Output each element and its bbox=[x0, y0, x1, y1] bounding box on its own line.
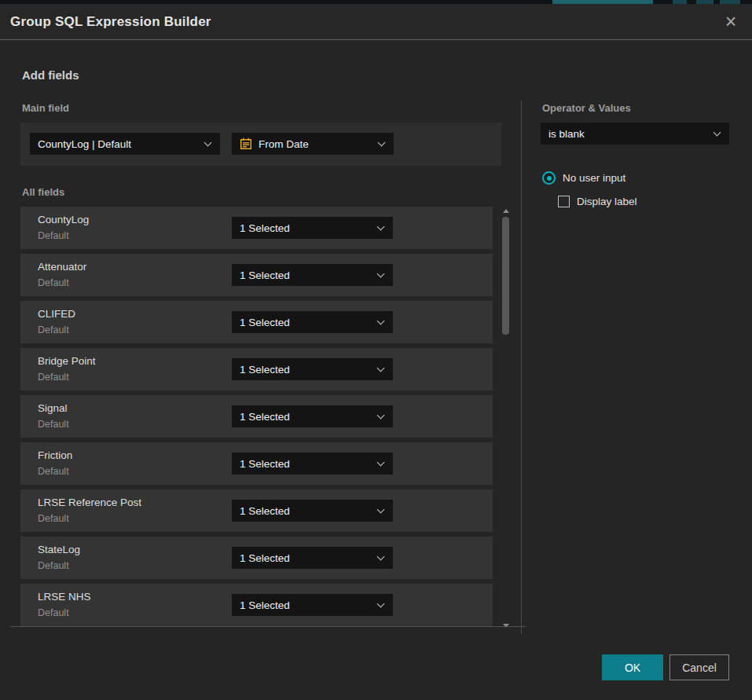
main-field-dropdown-value: From Date bbox=[259, 138, 309, 150]
scroll-up-icon[interactable] bbox=[503, 209, 509, 213]
field-selected-value: 1 Selected bbox=[240, 552, 290, 564]
field-selected-dropdown[interactable]: 1 Selected bbox=[232, 594, 393, 616]
screen: Group SQL Expression Builder × Add field… bbox=[0, 0, 752, 700]
chevron-down-icon bbox=[377, 553, 385, 561]
chevron-down-icon bbox=[377, 506, 385, 514]
chevron-down-icon bbox=[377, 365, 385, 372]
close-icon[interactable]: × bbox=[719, 9, 743, 33]
field-row: LRSE NHSDefault1 Selected bbox=[20, 584, 493, 626]
scrollbar[interactable] bbox=[500, 207, 512, 630]
field-name: CountyLog bbox=[38, 214, 89, 225]
all-fields-list: CountyLogDefault1 SelectedAttenuatorDefa… bbox=[20, 207, 493, 630]
main-field-label: Main field bbox=[22, 102, 69, 114]
field-name: Signal bbox=[38, 402, 68, 414]
field-name: Friction bbox=[38, 449, 72, 461]
main-field-dropdown[interactable]: From Date bbox=[232, 133, 394, 155]
field-selected-dropdown[interactable]: 1 Selected bbox=[232, 453, 393, 475]
field-name: LRSE Reference Post bbox=[38, 497, 141, 508]
cancel-button[interactable]: Cancel bbox=[669, 654, 729, 680]
field-alias: Default bbox=[38, 277, 69, 288]
operator-dropdown[interactable]: is blank bbox=[541, 123, 729, 145]
field-selected-dropdown[interactable]: 1 Selected bbox=[232, 264, 393, 286]
operator-values-label: Operator & Values bbox=[542, 102, 631, 114]
field-row: StateLogDefault1 Selected bbox=[20, 537, 493, 579]
chevron-down-icon bbox=[713, 129, 721, 137]
field-row: CLIFEDDefault1 Selected bbox=[20, 301, 493, 343]
chevron-down-icon bbox=[377, 270, 385, 278]
field-row: FrictionDefault1 Selected bbox=[20, 442, 493, 485]
group-sql-expression-builder-dialog: Group SQL Expression Builder × Add field… bbox=[0, 4, 752, 700]
main-field-container: CountyLog | Default From Date bbox=[20, 123, 501, 166]
field-selected-dropdown[interactable]: 1 Selected bbox=[232, 217, 393, 239]
field-row: AttenuatorDefault1 Selected bbox=[20, 254, 493, 296]
field-selected-dropdown[interactable]: 1 Selected bbox=[232, 500, 393, 522]
radio-selected-icon bbox=[542, 171, 556, 185]
field-selected-value: 1 Selected bbox=[240, 317, 290, 328]
add-fields-heading: Add fields bbox=[22, 68, 79, 82]
field-selected-value: 1 Selected bbox=[240, 411, 290, 423]
field-alias: Default bbox=[38, 560, 69, 571]
vertical-divider bbox=[521, 101, 522, 634]
layer-dropdown-value: CountyLog | Default bbox=[38, 138, 131, 150]
field-alias: Default bbox=[38, 419, 69, 430]
field-row: LRSE Reference PostDefault1 Selected bbox=[20, 489, 493, 532]
field-selected-dropdown[interactable]: 1 Selected bbox=[232, 547, 393, 569]
field-selected-value: 1 Selected bbox=[240, 458, 290, 470]
field-row: CountyLogDefault1 Selected bbox=[20, 207, 493, 249]
field-selected-value: 1 Selected bbox=[240, 364, 290, 376]
chevron-down-icon bbox=[377, 600, 385, 608]
field-selected-value: 1 Selected bbox=[240, 269, 290, 281]
chevron-down-icon bbox=[377, 317, 385, 325]
field-name: StateLog bbox=[38, 544, 80, 555]
field-alias: Default bbox=[38, 607, 69, 618]
field-row: Bridge PointDefault1 Selected bbox=[20, 348, 493, 390]
chevron-down-icon bbox=[204, 139, 212, 147]
field-alias: Default bbox=[38, 513, 69, 524]
dialog-title: Group SQL Expression Builder bbox=[10, 14, 211, 30]
field-row: SignalDefault1 Selected bbox=[20, 395, 493, 438]
field-name: LRSE NHS bbox=[38, 591, 91, 603]
field-selected-value: 1 Selected bbox=[240, 505, 290, 517]
chevron-down-icon bbox=[377, 223, 385, 231]
display-label-label: Display label bbox=[577, 196, 637, 207]
field-alias: Default bbox=[38, 324, 69, 335]
no-user-input-label: No user input bbox=[563, 172, 625, 184]
field-alias: Default bbox=[38, 466, 69, 477]
field-alias: Default bbox=[38, 372, 69, 383]
chevron-down-icon bbox=[378, 139, 386, 147]
field-selected-value: 1 Selected bbox=[240, 222, 290, 234]
all-fields-label: All fields bbox=[22, 186, 64, 198]
checkbox-unchecked-icon[interactable] bbox=[558, 196, 570, 207]
calendar-icon bbox=[240, 137, 252, 150]
field-name: Bridge Point bbox=[38, 355, 96, 367]
field-name: CLIFED bbox=[38, 308, 75, 320]
no-user-input-radio[interactable]: No user input bbox=[542, 171, 625, 185]
list-bottom-divider bbox=[10, 626, 526, 627]
chevron-down-icon bbox=[377, 412, 385, 420]
field-name: Attenuator bbox=[38, 261, 86, 273]
field-selected-value: 1 Selected bbox=[240, 599, 290, 611]
ok-button[interactable]: OK bbox=[602, 654, 663, 680]
field-alias: Default bbox=[38, 230, 69, 241]
dialog-header: Group SQL Expression Builder × bbox=[0, 4, 752, 40]
display-label-checkbox-row[interactable]: Display label bbox=[558, 196, 637, 207]
scrollbar-thumb[interactable] bbox=[502, 217, 509, 335]
field-selected-dropdown[interactable]: 1 Selected bbox=[232, 358, 393, 380]
operator-dropdown-value: is blank bbox=[548, 128, 585, 140]
field-selected-dropdown[interactable]: 1 Selected bbox=[232, 311, 393, 333]
layer-dropdown[interactable]: CountyLog | Default bbox=[30, 133, 220, 155]
chevron-down-icon bbox=[377, 459, 385, 467]
field-selected-dropdown[interactable]: 1 Selected bbox=[232, 405, 393, 427]
